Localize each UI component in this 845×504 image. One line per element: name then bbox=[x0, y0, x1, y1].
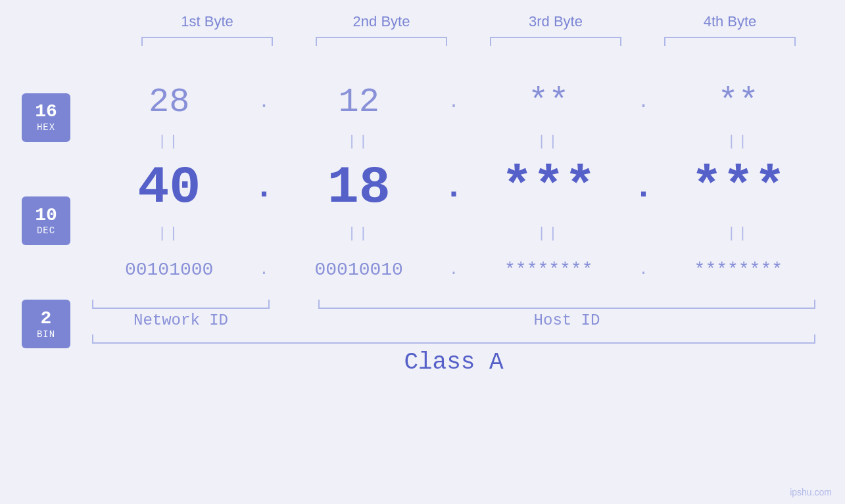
eq-3: || bbox=[476, 133, 621, 150]
byte-headers: 1st Byte 2nd Byte 3rd Byte 4th Byte bbox=[120, 13, 817, 30]
hex-val-4: ** bbox=[666, 83, 811, 122]
main-container: 1st Byte 2nd Byte 3rd Byte 4th Byte 16 H… bbox=[0, 0, 845, 504]
hex-dot-3: . bbox=[631, 91, 657, 113]
eq-4: || bbox=[666, 133, 811, 150]
byte-header-1: 1st Byte bbox=[135, 13, 279, 30]
watermark: ipshu.com bbox=[790, 487, 832, 497]
values-area: 28 . 12 . ** . ** || || || || 40 bbox=[92, 66, 845, 376]
bin-row: 00101000 . 00010010 . ******** . *******… bbox=[92, 243, 815, 296]
main-grid: 16 HEX 10 DEC 2 BIN 28 . 12 . ** . ** bbox=[0, 66, 845, 376]
sub-brackets bbox=[92, 300, 815, 309]
byte-header-4: 4th Byte bbox=[658, 13, 802, 30]
hex-val-2: 12 bbox=[287, 83, 431, 122]
equals-row-1: || || || || bbox=[92, 131, 815, 151]
dec-val-4: *** bbox=[666, 158, 811, 218]
eq-2: || bbox=[287, 133, 431, 150]
bracket-4 bbox=[664, 37, 796, 46]
bracket-3 bbox=[490, 37, 621, 46]
byte-header-2: 2nd Byte bbox=[309, 13, 454, 30]
eq-6: || bbox=[287, 225, 431, 242]
id-labels-row: Network ID Host ID bbox=[92, 311, 815, 329]
header-brackets bbox=[120, 37, 817, 46]
hex-row: 28 . 12 . ** . ** bbox=[92, 72, 815, 131]
bin-dot-3: . bbox=[631, 261, 657, 279]
dec-val-1: 40 bbox=[97, 158, 241, 218]
dec-dot-2: . bbox=[441, 169, 467, 206]
hex-val-1: 28 bbox=[97, 83, 241, 122]
bin-val-2: 00010010 bbox=[287, 260, 431, 280]
hex-dot-1: . bbox=[251, 91, 277, 113]
eq-7: || bbox=[476, 225, 621, 242]
network-sub-bracket bbox=[92, 300, 270, 309]
hex-badge: 16 HEX bbox=[22, 93, 70, 142]
bracket-1 bbox=[141, 37, 273, 46]
dec-val-3: *** bbox=[476, 158, 621, 218]
dec-dot-1: . bbox=[251, 169, 277, 206]
byte-header-3: 3rd Byte bbox=[483, 13, 628, 30]
equals-row-2: || || || || bbox=[92, 223, 815, 243]
bin-badge-num: 2 bbox=[41, 309, 52, 329]
bin-badge: 2 BIN bbox=[22, 300, 70, 348]
bracket-2 bbox=[316, 37, 447, 46]
dec-val-2: 18 bbox=[287, 158, 431, 218]
host-sub-bracket bbox=[318, 300, 815, 309]
hex-badge-label: HEX bbox=[37, 122, 55, 133]
dec-badge: 10 DEC bbox=[22, 196, 70, 245]
dec-badge-num: 10 bbox=[35, 206, 57, 226]
network-id-label: Network ID bbox=[92, 311, 270, 329]
bin-val-3: ******** bbox=[476, 260, 621, 280]
dec-row: 40 . 18 . *** . *** bbox=[92, 151, 815, 223]
bin-dot-1: . bbox=[251, 261, 277, 279]
big-bottom-bracket bbox=[92, 334, 815, 344]
dec-badge-label: DEC bbox=[37, 225, 55, 236]
hex-val-3: ** bbox=[476, 83, 621, 122]
badges-column: 16 HEX 10 DEC 2 BIN bbox=[0, 66, 92, 376]
hex-badge-num: 16 bbox=[35, 102, 57, 122]
bin-val-1: 00101000 bbox=[97, 260, 241, 280]
bin-dot-2: . bbox=[441, 261, 467, 279]
eq-5: || bbox=[97, 225, 241, 242]
bin-val-4: ******** bbox=[666, 260, 811, 280]
bin-badge-label: BIN bbox=[37, 329, 55, 340]
eq-1: || bbox=[97, 133, 241, 150]
hex-dot-2: . bbox=[441, 91, 467, 113]
class-label: Class A bbox=[92, 349, 815, 376]
dec-dot-3: . bbox=[631, 169, 657, 206]
eq-8: || bbox=[666, 225, 811, 242]
host-id-label: Host ID bbox=[318, 311, 815, 329]
